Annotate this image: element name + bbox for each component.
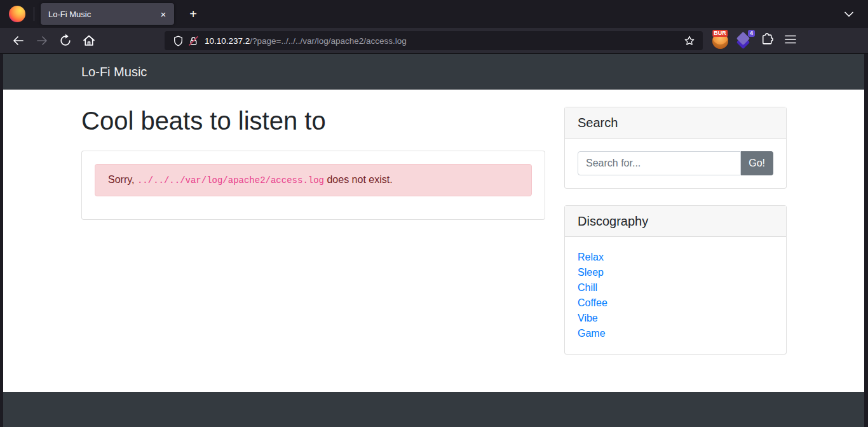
browser-tab[interactable]: Lo-Fi Music ×	[41, 3, 174, 25]
hamburger-menu-icon	[785, 35, 796, 46]
layers-badge: 4	[748, 30, 755, 37]
discography-card-title: Discography	[565, 206, 786, 237]
insecure-lock-icon[interactable]	[186, 34, 201, 48]
site-footer	[3, 392, 864, 427]
extensions-button[interactable]	[757, 31, 776, 50]
discography-link[interactable]: Chill	[578, 280, 773, 295]
proxy-badge: BUR	[712, 30, 728, 37]
url-host: 10.10.237.2	[205, 36, 250, 46]
url-text[interactable]: 10.10.237.2/?page=../../../var/log/apach…	[205, 36, 681, 46]
search-card-title: Search	[565, 107, 786, 139]
forward-button[interactable]	[32, 31, 52, 50]
url-bar[interactable]: 10.10.237.2/?page=../../../var/log/apach…	[165, 31, 703, 50]
discography-link[interactable]: Sleep	[578, 265, 773, 280]
proxy-extension-button[interactable]: BUR	[710, 31, 729, 50]
menu-button[interactable]	[781, 31, 800, 50]
site-brand[interactable]: Lo-Fi Music	[81, 65, 147, 79]
alert-suffix: does not exist.	[324, 174, 393, 185]
url-path: /?page=../../../var/log/apache2/access.l…	[250, 36, 407, 46]
search-input[interactable]	[578, 151, 741, 175]
alert-prefix: Sorry,	[108, 174, 137, 185]
discography-link[interactable]: Relax	[578, 250, 773, 265]
error-card: Sorry, ../../../var/log/apache2/access.l…	[81, 151, 545, 220]
discography-list: RelaxSleepChillCoffeeVibeGame	[565, 237, 786, 354]
page-viewport: Lo-Fi Music Cool beats to listen to Sorr…	[3, 54, 864, 427]
tab-bar: Lo-Fi Music × +	[0, 0, 868, 28]
discography-link[interactable]: Vibe	[578, 311, 773, 326]
layers-extension-button[interactable]: 4	[734, 31, 753, 50]
reload-button[interactable]	[55, 31, 76, 50]
discography-card: Discography RelaxSleepChillCoffeeVibeGam…	[564, 205, 787, 355]
sidebar-column: Search Go! Discography RelaxSleepChillCo…	[564, 107, 787, 355]
new-tab-button[interactable]: +	[184, 5, 202, 23]
puzzle-piece-icon	[760, 32, 774, 49]
divider	[34, 7, 34, 21]
firefox-logo-icon[interactable]	[9, 6, 25, 22]
tab-title: Lo-Fi Music	[48, 10, 156, 19]
tab-close-icon[interactable]: ×	[156, 7, 170, 21]
discography-link[interactable]: Coffee	[578, 295, 773, 311]
chevron-down-icon	[844, 8, 854, 20]
page-title: Cool beats to listen to	[81, 107, 545, 135]
error-alert: Sorry, ../../../var/log/apache2/access.l…	[95, 164, 532, 196]
navigation-toolbar: 10.10.237.2/?page=../../../var/log/apach…	[0, 28, 868, 54]
home-button[interactable]	[79, 31, 99, 50]
site-navbar: Lo-Fi Music	[3, 54, 864, 90]
main-column: Cool beats to listen to Sorry, ../../../…	[81, 107, 545, 355]
page-content: Cool beats to listen to Sorry, ../../../…	[3, 90, 864, 392]
search-card: Search Go!	[564, 107, 787, 189]
back-button[interactable]	[8, 31, 29, 50]
tracking-shield-icon[interactable]	[170, 34, 186, 48]
discography-link[interactable]: Game	[578, 326, 773, 341]
search-go-button[interactable]: Go!	[741, 151, 773, 175]
bookmark-star-icon[interactable]	[681, 33, 698, 48]
alert-file-path: ../../../var/log/apache2/access.log	[137, 175, 324, 186]
list-all-tabs-button[interactable]	[840, 5, 858, 23]
extensions-area: BUR 4	[710, 31, 800, 50]
